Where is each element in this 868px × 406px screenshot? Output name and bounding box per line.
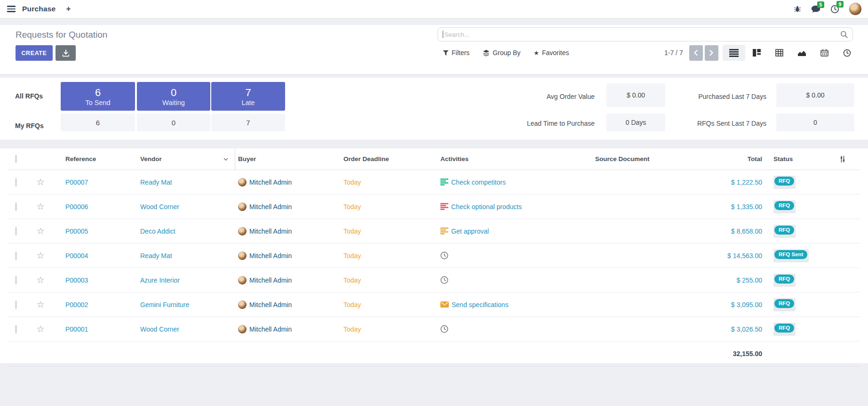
- order-deadline: Today: [342, 227, 438, 235]
- activity-widget[interactable]: Check optional products: [438, 203, 569, 211]
- column-header-status[interactable]: Status: [770, 155, 833, 162]
- view-switcher: [723, 45, 858, 61]
- vendor-name: Wood Corner: [128, 325, 235, 333]
- activity-widget[interactable]: [438, 252, 569, 260]
- kpi-card-late[interactable]: 7 Late: [211, 82, 285, 111]
- optional-columns-sliders-icon[interactable]: [833, 155, 860, 163]
- favorite-star-icon[interactable]: ☆: [29, 276, 52, 284]
- debug-bug-icon[interactable]: [794, 5, 801, 13]
- activity-widget[interactable]: Get approval: [438, 227, 569, 235]
- row-checkbox[interactable]: [16, 276, 16, 284]
- buyer-avatar: [238, 178, 247, 187]
- table-row[interactable]: ☆ P00001 Wood Corner Mitchell Admin Toda…: [8, 317, 860, 341]
- select-all-checkbox[interactable]: [16, 155, 16, 163]
- activity-view-button[interactable]: [836, 45, 858, 61]
- purchased-last-7-days-value[interactable]: $ 0.00: [776, 83, 854, 107]
- table-row[interactable]: ☆ P00002 Gemini Furniture Mitchell Admin…: [8, 292, 860, 317]
- status-badge-backdrop: RFQ: [773, 225, 796, 238]
- messages-icon[interactable]: 5: [811, 5, 820, 13]
- buyer-cell: Mitchell Admin: [235, 325, 342, 333]
- table-row[interactable]: ☆ P00004 Ready Mat Mitchell Admin Today …: [8, 244, 860, 268]
- table-row[interactable]: ☆ P00006 Wood Corner Mitchell Admin Toda…: [8, 195, 860, 219]
- my-to-send-count[interactable]: 6: [61, 114, 135, 131]
- activities-clock-icon[interactable]: 9: [830, 5, 839, 14]
- favorite-star-icon[interactable]: ☆: [29, 178, 52, 187]
- reference-link[interactable]: P00001: [52, 325, 128, 333]
- table-row[interactable]: ☆ P00007 Ready Mat Mitchell Admin Today …: [8, 170, 860, 195]
- filters-menu[interactable]: Filters: [443, 49, 470, 57]
- filter-funnel-icon: [443, 50, 449, 56]
- row-checkbox[interactable]: [16, 325, 16, 333]
- buyer-avatar: [238, 203, 247, 211]
- rfqs-sent-last-7-days-value[interactable]: 0: [776, 114, 854, 131]
- column-header-reference[interactable]: Reference: [52, 155, 128, 162]
- pager-previous-button[interactable]: [689, 45, 703, 61]
- kpi-card-waiting[interactable]: 0 Waiting: [137, 82, 210, 111]
- total-amount: $ 1,222.50: [725, 179, 770, 186]
- row-checkbox[interactable]: [16, 227, 16, 235]
- column-header-total[interactable]: Total: [725, 155, 770, 162]
- total-amount: $ 3,095.00: [725, 301, 770, 309]
- favorite-star-icon[interactable]: ☆: [29, 202, 52, 211]
- column-header-vendor[interactable]: Vendor: [128, 148, 235, 170]
- activity-widget[interactable]: Send specifications: [438, 301, 569, 309]
- list-view-button[interactable]: [723, 45, 745, 61]
- reference-link[interactable]: P00004: [52, 252, 128, 260]
- reference-link[interactable]: P00002: [52, 301, 128, 309]
- reference-link[interactable]: P00003: [52, 276, 128, 284]
- my-late-count[interactable]: 7: [211, 114, 285, 131]
- favorite-star-icon[interactable]: ☆: [29, 227, 52, 235]
- search-input[interactable]: Search...: [438, 27, 853, 41]
- my-waiting-count[interactable]: 0: [137, 114, 210, 131]
- user-avatar[interactable]: [849, 3, 861, 15]
- column-header-source-document[interactable]: Source Document: [569, 155, 725, 162]
- column-header-order-deadline[interactable]: Order Deadline: [342, 155, 438, 162]
- reference-link[interactable]: P00007: [52, 179, 128, 186]
- row-checkbox[interactable]: [16, 178, 16, 187]
- lead-time-label: Lead Time to Purchase: [477, 120, 595, 127]
- row-checkbox[interactable]: [16, 203, 16, 211]
- pager-next-button[interactable]: [705, 45, 718, 61]
- status-badge: RFQ: [774, 201, 794, 210]
- status-cell: RFQ: [770, 225, 833, 238]
- reference-link[interactable]: P00006: [52, 203, 128, 211]
- new-tab-plus-icon[interactable]: +: [66, 4, 71, 14]
- row-checkbox[interactable]: [16, 300, 16, 309]
- vendor-header-label: Vendor: [140, 155, 162, 162]
- column-header-buyer[interactable]: Buyer: [235, 155, 342, 162]
- favorite-star-icon[interactable]: ☆: [29, 300, 52, 309]
- favorites-menu[interactable]: ★ Favorites: [534, 49, 569, 57]
- favorite-star-icon[interactable]: ☆: [29, 251, 52, 260]
- activity-icon: [440, 179, 448, 186]
- search-icon[interactable]: [840, 31, 848, 38]
- activity-widget[interactable]: Check competitors: [438, 179, 569, 186]
- activity-widget[interactable]: [438, 325, 569, 333]
- table-row[interactable]: ☆ P00005 Deco Addict Mitchell Admin Toda…: [8, 219, 860, 244]
- status-cell: RFQ: [770, 298, 833, 311]
- group-by-menu[interactable]: Group By: [483, 49, 520, 57]
- app-name[interactable]: Purchase: [22, 5, 56, 13]
- calendar-view-button[interactable]: [813, 45, 836, 61]
- kanban-view-button[interactable]: [745, 45, 768, 61]
- activity-widget[interactable]: [438, 276, 569, 284]
- buyer-name: Mitchell Admin: [249, 227, 292, 235]
- apps-menu-icon[interactable]: [7, 6, 16, 12]
- total-amount: $ 3,026.50: [725, 325, 770, 333]
- order-deadline: Today: [342, 252, 438, 260]
- kpi-card-to-send[interactable]: 6 To Send: [61, 82, 135, 111]
- table-row[interactable]: ☆ P00003 Azure Interior Mitchell Admin T…: [8, 268, 860, 292]
- buyer-name: Mitchell Admin: [249, 252, 292, 260]
- export-button[interactable]: [56, 45, 76, 61]
- status-cell: RFQ Sent: [770, 249, 833, 262]
- order-deadline: Today: [342, 203, 438, 211]
- status-badge: RFQ: [774, 226, 794, 235]
- favorite-star-icon[interactable]: ☆: [29, 325, 52, 333]
- pivot-view-button[interactable]: [768, 45, 790, 61]
- row-checkbox[interactable]: [16, 252, 16, 260]
- graph-view-button[interactable]: [790, 45, 813, 61]
- reference-link[interactable]: P00005: [52, 227, 128, 235]
- create-button[interactable]: CREATE: [16, 45, 53, 61]
- buyer-avatar: [238, 252, 247, 260]
- star-icon: ★: [534, 50, 539, 56]
- column-header-activities[interactable]: Activities: [438, 155, 569, 162]
